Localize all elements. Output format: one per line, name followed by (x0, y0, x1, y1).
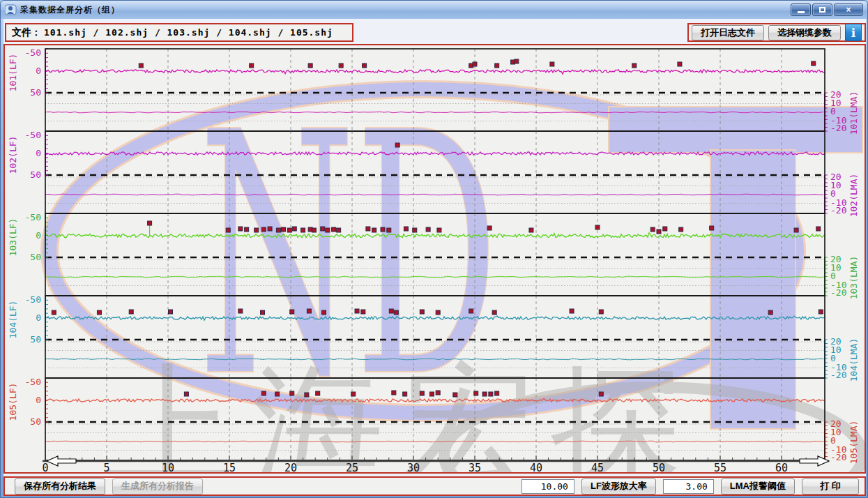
x-tick-label: 25 (346, 462, 358, 472)
lma-tick-label: -20 (830, 123, 846, 133)
save-all-results-button[interactable]: 保存所有分析结果 (15, 478, 105, 495)
lf-gain-input[interactable] (521, 479, 574, 494)
lf-tick-label: -50 (25, 294, 41, 305)
app-window: 采集数据全屏分析（组） × 文件： 101.shj / 102.shj / 10… (0, 0, 868, 498)
lma-threshold-input[interactable] (663, 479, 714, 494)
watermark-company-text: 上海宏探 (102, 349, 699, 472)
x-tick-label: 0 (42, 462, 48, 472)
lf-tick-label: 50 (30, 252, 41, 262)
x-tick-label: 20 (284, 462, 297, 472)
lf-tick-label: -50 (25, 130, 41, 140)
lf-tick-label: 50 (30, 416, 41, 427)
lf-tick-label: 0 (36, 312, 41, 323)
x-tick-label: 60 (775, 462, 788, 472)
maximize-icon (819, 7, 825, 13)
lma-axis-name-103: 103(LMA) (848, 256, 859, 300)
defect-markers-102 (395, 143, 399, 147)
x-tick-label: 5 (103, 462, 109, 472)
x-tick-label: 30 (407, 462, 420, 472)
minimize-icon (798, 11, 805, 13)
generate-all-reports-button: 生成所有分析报告 (112, 478, 203, 495)
lma-tick-label: -20 (830, 287, 846, 298)
x-tick-label: 35 (469, 462, 481, 472)
app-icon (5, 4, 17, 15)
lma-axis-name-101: 101(LMA) (848, 91, 859, 135)
lf-tick-label: -50 (25, 47, 41, 58)
file-list-box: 文件： 101.shj / 102.shj / 103.shj / 104.sh… (5, 23, 353, 42)
x-tick-label: 15 (223, 462, 236, 472)
lf-axis-name-105: 105(LF) (8, 383, 18, 421)
lf-tick-label: 50 (30, 87, 41, 98)
chart-area: ND上海宏探-50050101(LF)20100-10-20101(LMA)-5… (3, 44, 866, 474)
lf-axis-name-103: 103(LF) (8, 218, 18, 257)
window-title: 采集数据全屏分析（组） (20, 4, 120, 16)
top-right-controls: 打开日志文件 选择钢缆参数 i (687, 23, 866, 42)
minimize-button[interactable] (791, 3, 811, 16)
lf-tick-label: 0 (36, 230, 41, 241)
lma-tick-label: -20 (830, 205, 846, 216)
lf-tick-label: 50 (30, 334, 41, 345)
lf-tick-label: -50 (25, 212, 41, 222)
file-label: 文件： (12, 27, 41, 39)
lf-tick-label: 0 (36, 395, 41, 405)
print-button[interactable]: 打 印 (802, 478, 859, 495)
waveform-chart: ND上海宏探-50050101(LF)20100-10-20101(LMA)-5… (5, 45, 865, 472)
open-log-button[interactable]: 打开日志文件 (692, 25, 764, 40)
lf-axis-name-104: 104(LF) (8, 301, 18, 339)
lma-threshold-button[interactable]: LMA报警阈值 (721, 478, 795, 495)
x-tick-label: 10 (162, 462, 174, 472)
maximize-button[interactable] (812, 3, 832, 16)
info-icon[interactable]: i (845, 24, 862, 41)
lma-axis-name-102: 102(LMA) (848, 174, 859, 218)
x-tick-label: 55 (714, 462, 726, 472)
lf-axis-name-101: 101(LF) (8, 54, 18, 92)
lma-axis-name-104: 104(LMA) (848, 338, 859, 382)
lf-gain-button[interactable]: LF波形放大率 (581, 478, 656, 495)
lma-axis-name-105: 105(LMA) (848, 421, 859, 465)
lma-tick-label: -20 (830, 452, 846, 462)
lf-tick-label: 0 (36, 148, 41, 158)
bottom-toolbar: 保存所有分析结果 生成所有分析报告 LF波形放大率 LMA报警阈值 打 印 (3, 476, 866, 496)
lf-axis-name-102: 102(LF) (8, 136, 18, 174)
x-tick-label: 40 (530, 462, 542, 472)
x-tick-label: 50 (653, 462, 665, 472)
file-list: 101.shj / 102.shj / 103.shj / 104.shj / … (44, 27, 333, 38)
select-cable-params-button[interactable]: 选择钢缆参数 (768, 25, 841, 40)
lma-tick-label: -20 (830, 370, 846, 380)
lf-tick-label: 50 (30, 169, 41, 180)
x-tick-label: 45 (591, 462, 604, 472)
lf-tick-label: -50 (25, 377, 41, 387)
close-button[interactable]: × (834, 3, 863, 16)
title-bar: 采集数据全屏分析（组） × (1, 1, 867, 19)
lf-tick-label: 0 (36, 66, 41, 76)
